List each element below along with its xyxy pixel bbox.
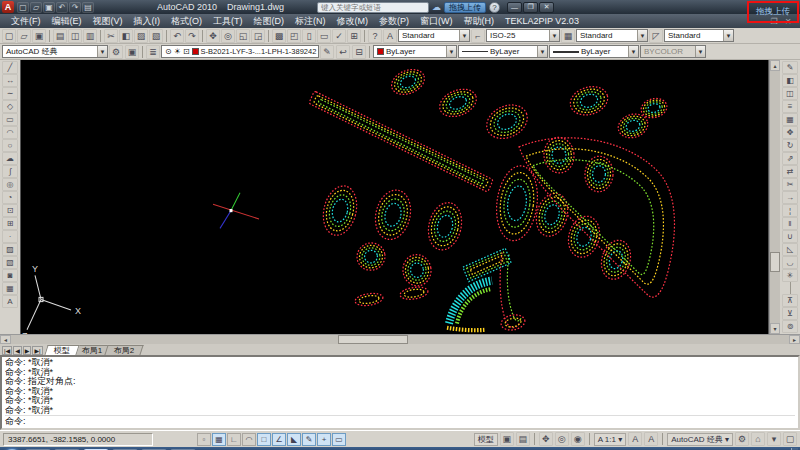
qnew-icon[interactable]: ▢ [2, 29, 16, 43]
menu-item-1[interactable]: 编辑(E) [47, 15, 87, 28]
chevron-down-icon[interactable]: ▼ [549, 30, 559, 41]
scroll-up-icon[interactable]: ▴ [770, 60, 780, 71]
ellipse-icon[interactable]: ◎ [2, 178, 18, 191]
point-icon[interactable]: · [2, 230, 18, 243]
lineweight-dropdown[interactable]: ByLayer▼ [549, 45, 639, 58]
break-point-icon[interactable]: ¦ [782, 204, 798, 217]
osnap-toggle[interactable]: □ [257, 433, 271, 446]
lwt-toggle[interactable]: + [317, 433, 331, 446]
annotation-visibility-icon[interactable]: A [628, 432, 642, 446]
revcloud-icon[interactable]: ☁ [2, 152, 18, 165]
model-button[interactable]: 模型 [474, 433, 498, 446]
cut-icon[interactable]: ✂ [104, 29, 118, 43]
chevron-down-icon[interactable]: ▼ [537, 46, 547, 57]
array-icon[interactable]: ▦ [782, 113, 798, 126]
fillet-icon[interactable]: ◡ [782, 256, 798, 269]
publish-icon[interactable]: ▥ [83, 29, 97, 43]
save-icon[interactable]: ▣ [32, 29, 46, 43]
chevron-down-icon[interactable]: ▼ [459, 30, 469, 41]
help-button[interactable]: ? [489, 2, 500, 13]
make-current-icon[interactable]: ✎ [320, 45, 334, 59]
circle-icon[interactable]: ○ [2, 139, 18, 152]
command-prompt[interactable]: 命令: [5, 415, 795, 427]
insert-block-icon[interactable]: ⊡ [2, 204, 18, 217]
dim-style-icon[interactable]: ⌐ [471, 29, 485, 43]
toolbar-lock-icon[interactable]: ⌂ [751, 432, 765, 446]
chevron-down-icon[interactable]: ▼ [628, 46, 638, 57]
dyn-toggle[interactable]: ✎ [302, 433, 316, 446]
tab-nav-0[interactable]: |◀ [2, 346, 12, 355]
table-icon[interactable]: ▦ [2, 282, 18, 295]
join-icon[interactable]: ∪ [782, 230, 798, 243]
workspace-gear-icon[interactable]: ⚙ [735, 432, 749, 446]
spline-icon[interactable]: ∫ [2, 165, 18, 178]
annotation-auto-icon[interactable]: A [644, 432, 658, 446]
help-icon[interactable]: ? [368, 29, 382, 43]
chamfer-icon[interactable]: ◺ [782, 243, 798, 256]
layer-properties-icon[interactable]: ≣ [146, 45, 160, 59]
table-style-icon[interactable]: ▦ [561, 29, 575, 43]
markup-icon[interactable]: ✓ [332, 29, 346, 43]
open-icon[interactable]: ▱ [17, 29, 31, 43]
redo-icon[interactable]: ↷ [69, 2, 81, 13]
arc-icon[interactable]: ◠ [2, 126, 18, 139]
menu-item-3[interactable]: 插入(I) [129, 15, 166, 28]
close-button[interactable]: ✕ [539, 2, 554, 13]
scroll-left-icon[interactable]: ◂ [0, 335, 11, 344]
chevron-down-icon[interactable]: ▼ [97, 46, 107, 57]
steeringwheel-icon[interactable]: ◉ [571, 432, 585, 446]
properties-icon[interactable]: ▩ [272, 29, 286, 43]
bulb-icon[interactable]: ⊙ [165, 47, 172, 56]
paste-icon[interactable]: ▨ [134, 29, 148, 43]
move-icon[interactable]: ✥ [782, 126, 798, 139]
polygon-icon[interactable]: ◇ [2, 100, 18, 113]
menu-item-12[interactable]: TEKLA2PIP V2.03 [500, 16, 584, 26]
scale-icon[interactable]: ⇗ [782, 152, 798, 165]
plot-preview-icon[interactable]: ◫ [68, 29, 82, 43]
scroll-down-icon[interactable]: ▾ [770, 323, 780, 334]
hatch-icon[interactable]: ▨ [2, 243, 18, 256]
clean-screen-icon[interactable]: ▢ [783, 432, 797, 446]
draworder-back-icon[interactable]: ⊻ [782, 307, 798, 320]
stretch-icon[interactable]: ⇄ [782, 165, 798, 178]
ortho-toggle[interactable]: ∟ [227, 433, 241, 446]
erase-icon[interactable]: ✎ [782, 61, 798, 74]
undo-icon[interactable]: ↶ [56, 2, 68, 13]
upload-button[interactable]: 拖拽上传 [444, 2, 486, 13]
mtext-icon[interactable]: A [2, 295, 18, 308]
layer-dropdown[interactable]: ⊙☀⊡ S-B2021-LYF-3-...1-LPH-1-389242 ▼ [161, 45, 319, 58]
annotation-scale-button[interactable]: A 1:1 ▾ [594, 433, 626, 446]
horizontal-scroll-thumb[interactable] [338, 335, 408, 344]
menu-item-11[interactable]: 帮助(H) [459, 15, 500, 28]
construction-line-icon[interactable]: ↔ [2, 74, 18, 87]
menu-item-8[interactable]: 修改(M) [332, 15, 374, 28]
model-space-canvas[interactable]: YXZ [20, 60, 769, 334]
polar-toggle[interactable]: ◠ [242, 433, 256, 446]
rectangle-icon[interactable]: ▭ [2, 113, 18, 126]
print-icon[interactable]: ▤ [82, 2, 94, 13]
ducs-toggle[interactable]: ◣ [287, 433, 301, 446]
lock-icon[interactable]: ⊡ [183, 47, 190, 56]
vertical-scroll-thumb[interactable] [770, 252, 780, 272]
communication-center-icon[interactable]: ☁ [432, 2, 441, 12]
chevron-down-icon[interactable]: ▼ [723, 30, 733, 41]
qp-toggle[interactable]: ▭ [332, 433, 346, 446]
style-dropdown[interactable]: Standard▼ [664, 29, 734, 42]
draworder-front-icon[interactable]: ⊼ [782, 294, 798, 307]
tab-nav-2[interactable]: ▶ [23, 346, 32, 355]
otrack-toggle[interactable]: ∠ [272, 433, 286, 446]
zoom-realtime-icon[interactable]: ◎ [221, 29, 235, 43]
menu-item-7[interactable]: 标注(N) [290, 15, 331, 28]
copy-icon[interactable]: ◧ [119, 29, 133, 43]
break-icon[interactable]: ‖ [782, 217, 798, 230]
gear-icon[interactable]: ⚙ [109, 45, 123, 59]
color-dropdown[interactable]: ByLayer▼ [373, 45, 457, 58]
rotate-icon[interactable]: ↻ [782, 139, 798, 152]
menu-item-4[interactable]: 格式(O) [166, 15, 207, 28]
style-dropdown[interactable]: Standard▼ [576, 29, 648, 42]
tab-nav-1[interactable]: ◀ [13, 346, 22, 355]
sheetset-icon[interactable]: ▭ [317, 29, 331, 43]
polyline-icon[interactable]: ∼ [2, 87, 18, 100]
menu-item-10[interactable]: 窗口(W) [415, 15, 458, 28]
pan-icon[interactable]: ✥ [539, 432, 553, 446]
